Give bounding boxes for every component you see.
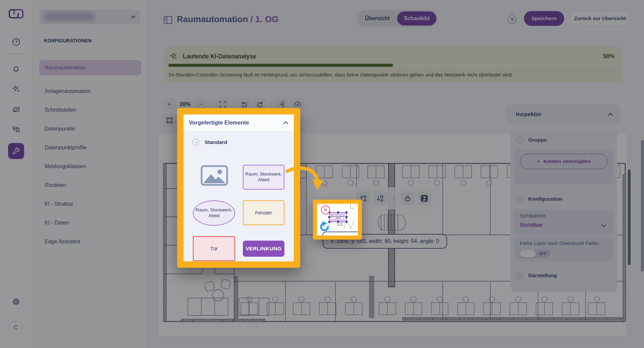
resize-handle-se[interactable] [345,220,348,223]
standard-group-label: Standard [205,139,227,145]
image-element-tile[interactable] [200,165,228,186]
standard-group-header[interactable]: − Standard [192,139,227,146]
spotlight-canvas-area: Raum, Stockwerk, Abteil ✕ [317,204,358,236]
resize-handle-n[interactable] [337,211,339,214]
resize-handle-ne[interactable] [345,211,348,214]
delete-element-button[interactable]: ✕ [321,205,330,214]
room-rect-tile[interactable]: Raum, Stockwerk, Abteil [243,165,284,190]
panel-title: Vorgefertigte Elemente [189,119,249,126]
window-tile[interactable]: Fenster [243,200,284,225]
resize-handle-w[interactable] [328,216,331,218]
prebuilt-elements-panel: Vorgefertigte Elemente − Standard Raum, … [183,114,294,261]
guide-arrow [284,164,325,195]
rotate-element-button[interactable] [319,221,330,233]
door-tile[interactable]: Tür [193,236,235,261]
room-ellipse-tile[interactable]: Raum, Stockwerk, Abteil [193,200,235,226]
placed-room-element[interactable]: Raum, Stockwerk, Abteil [329,212,347,222]
placed-element-label: Raum, Stockwerk, Abteil [330,215,346,219]
resize-handle-e[interactable] [345,216,348,218]
link-tile[interactable]: VERLINKUNG [243,241,284,257]
resize-handle-s[interactable] [337,220,339,223]
element-stripe [330,214,345,214]
prebuilt-elements-spotlight: Vorgefertigte Elemente − Standard Raum, … [177,108,300,268]
collapse-minus-icon: − [192,139,199,146]
placed-element-spotlight: Raum, Stockwerk, Abteil ✕ [313,200,362,240]
panel-header[interactable]: Vorgefertigte Elemente [183,114,294,131]
chevron-up-icon[interactable] [283,120,288,125]
